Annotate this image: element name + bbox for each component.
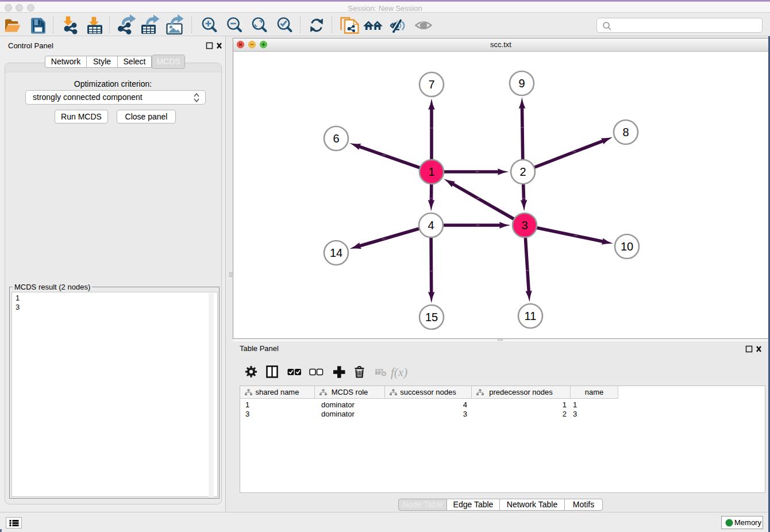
svg-text:2: 2	[519, 165, 526, 178]
svg-text:15: 15	[425, 311, 438, 323]
svg-text:3: 3	[521, 219, 528, 232]
svg-text:9: 9	[518, 77, 525, 90]
svg-text:7: 7	[428, 78, 434, 91]
svg-text:4: 4	[428, 219, 434, 232]
svg-text:14: 14	[330, 246, 342, 259]
svg-text:f(x): f(x)	[391, 365, 407, 379]
svg-text:8: 8	[622, 126, 629, 138]
svg-text:11: 11	[525, 310, 537, 322]
svg-text:6: 6	[333, 132, 339, 145]
svg-text:10: 10	[621, 240, 633, 253]
svg-text:1: 1	[428, 165, 434, 178]
